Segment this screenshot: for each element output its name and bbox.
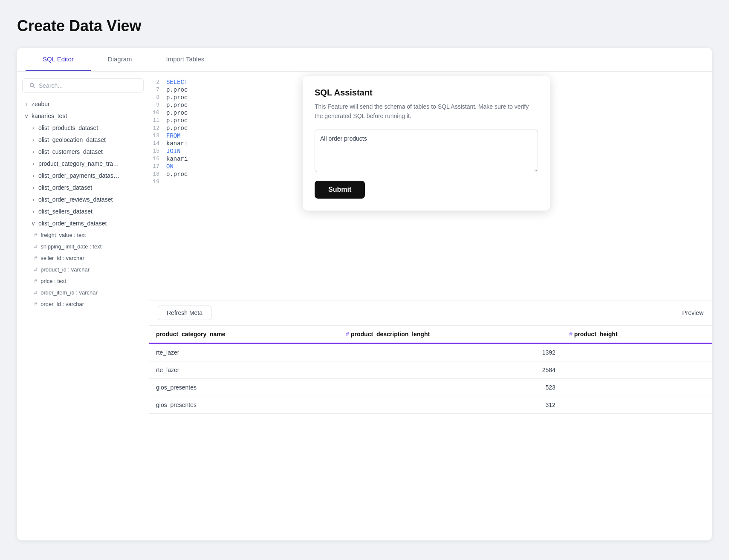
tree-item-order_item_id[interactable]: #order_item_id : varchar xyxy=(17,287,149,298)
tree-item-olist_order_payments_datas[interactable]: ›olist_order_payments_datas… xyxy=(17,170,149,182)
tree-item-seller_id[interactable]: #seller_id : varchar xyxy=(17,252,149,264)
table-cell xyxy=(562,344,712,361)
chevron-icon: › xyxy=(31,125,36,130)
tabs-bar: SQL Editor Diagram Import Tables xyxy=(17,48,712,72)
tree-container: ›zeabur∨kanaries_test›olist_products_dat… xyxy=(17,98,149,310)
tree-item-olist_sellers_dataset[interactable]: ›olist_sellers_dataset xyxy=(17,205,149,217)
table-cell: 1392 xyxy=(339,344,562,361)
popup-description: This Feature will send the schema of tab… xyxy=(315,102,538,121)
chevron-icon: ∨ xyxy=(24,113,29,118)
preview-link[interactable]: Preview xyxy=(682,309,703,316)
sql-assistant-popup: SQL Assistant This Feature will send the… xyxy=(303,76,550,211)
submit-button[interactable]: Submit xyxy=(315,181,365,199)
content-area: Search... ›zeabur∨kanaries_test›olist_pr… xyxy=(17,72,712,540)
chevron-icon: › xyxy=(31,185,36,190)
search-icon xyxy=(29,83,35,89)
tree-item-shipping_limit_date[interactable]: #shipping_limit_date : text xyxy=(17,241,149,252)
table-cell xyxy=(562,361,712,379)
col-header-product_height_: #product_height_ xyxy=(562,326,712,344)
col-type-icon: # xyxy=(346,331,349,338)
chevron-icon: › xyxy=(31,197,36,202)
tree-item-olist_orders_dataset[interactable]: ›olist_orders_dataset xyxy=(17,182,149,193)
table-cell xyxy=(562,379,712,396)
popup-title: SQL Assistant xyxy=(315,88,538,98)
table-cell: 2584 xyxy=(339,361,562,379)
tab-import-tables[interactable]: Import Tables xyxy=(149,48,222,71)
main-card: SQL Editor Diagram Import Tables Search.… xyxy=(17,48,712,540)
tree-item-product_category_name_tra[interactable]: ›product_category_name_tra… xyxy=(17,158,149,170)
svg-line-1 xyxy=(33,87,35,88)
chevron-icon: › xyxy=(31,161,36,166)
col-type-icon: # xyxy=(569,331,573,338)
table-area: product_category_name#product_descriptio… xyxy=(149,326,712,540)
col-header-product_category_name: product_category_name xyxy=(149,326,339,344)
col-header-product_description_lenght: #product_description_lenght xyxy=(339,326,562,344)
sql-assistant-textarea[interactable]: All order products xyxy=(315,130,538,172)
tree-item-olist_customers_dataset[interactable]: ›olist_customers_dataset xyxy=(17,146,149,158)
sidebar: Search... ›zeabur∨kanaries_test›olist_pr… xyxy=(17,72,149,540)
editor-area: 2SELECT7 p.proc8 p.proc9 p.proc10 p.proc… xyxy=(149,72,712,540)
tree-item-price[interactable]: #price : text xyxy=(17,275,149,287)
chevron-icon: › xyxy=(31,209,36,214)
table-row: gios_presentes523 xyxy=(149,379,712,396)
tree-item-olist_products_dataset[interactable]: ›olist_products_dataset xyxy=(17,122,149,134)
tab-sql-editor[interactable]: SQL Editor xyxy=(26,48,91,71)
search-box[interactable]: Search... xyxy=(22,78,144,93)
table-cell: gios_presentes xyxy=(149,379,339,396)
table-cell: gios_presentes xyxy=(149,396,339,414)
svg-point-0 xyxy=(30,84,34,87)
table-cell xyxy=(562,396,712,414)
tree-item-freight_value[interactable]: #freight_value : text xyxy=(17,229,149,241)
tree-item-order_id[interactable]: #order_id : varchar xyxy=(17,298,149,310)
tree-item-olist_geolocation_dataset[interactable]: ›olist_geolocation_dataset xyxy=(17,134,149,146)
chevron-icon: ∨ xyxy=(31,221,36,226)
table-row: rte_lazer2584 xyxy=(149,361,712,379)
table-cell: 523 xyxy=(339,379,562,396)
page-title: Create Data View xyxy=(17,17,712,35)
chevron-icon: › xyxy=(31,173,36,178)
table-cell: rte_lazer xyxy=(149,344,339,361)
tree-item-kanaries_test[interactable]: ∨kanaries_test xyxy=(17,110,149,122)
tree-item-olist_order_items_dataset[interactable]: ∨olist_order_items_dataset xyxy=(17,217,149,229)
table-row: gios_presentes312 xyxy=(149,396,712,414)
bottom-bar: Refresh Meta Preview xyxy=(149,300,712,326)
table-cell: rte_lazer xyxy=(149,361,339,379)
data-table: product_category_name#product_descriptio… xyxy=(149,326,712,414)
chevron-icon: › xyxy=(31,137,36,142)
tree-item-product_id[interactable]: #product_id : varchar xyxy=(17,264,149,275)
tab-diagram[interactable]: Diagram xyxy=(91,48,149,71)
chevron-icon: › xyxy=(24,101,29,107)
refresh-meta-button[interactable]: Refresh Meta xyxy=(158,306,211,320)
tree-item-zeabur[interactable]: ›zeabur xyxy=(17,98,149,110)
search-placeholder: Search... xyxy=(39,82,63,89)
table-row: rte_lazer1392 xyxy=(149,344,712,361)
table-cell: 312 xyxy=(339,396,562,414)
chevron-icon: › xyxy=(31,149,36,154)
tree-item-olist_order_reviews_dataset[interactable]: ›olist_order_reviews_dataset xyxy=(17,193,149,205)
